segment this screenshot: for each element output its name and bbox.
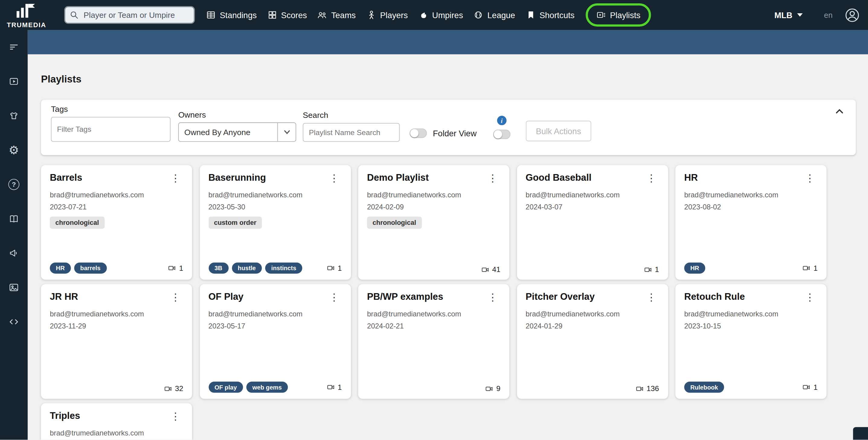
kebab-menu-icon[interactable]: ⋮ xyxy=(167,410,183,422)
playlist-date: 2023-05-17 xyxy=(208,322,342,330)
bulk-actions-toggle[interactable] xyxy=(493,130,510,139)
nav-players[interactable]: Players xyxy=(366,10,408,20)
kebab-menu-icon[interactable]: ⋮ xyxy=(644,172,659,184)
playlist-card[interactable]: Demo Playlist⋮ brad@trumedianetworks.com… xyxy=(358,165,509,280)
playlist-card[interactable]: JR HR⋮ brad@trumedianetworks.com 2023-11… xyxy=(41,284,192,399)
floating-corner-button[interactable] xyxy=(853,427,868,440)
clip-count: 1 xyxy=(802,383,817,391)
playlist-card[interactable]: PB/WP examples⋮ brad@trumedianetworks.co… xyxy=(358,284,509,399)
folder-view-toggle[interactable] xyxy=(409,128,427,138)
league-selector[interactable]: MLB xyxy=(774,10,803,20)
playlist-title: Good Baseball xyxy=(526,172,591,183)
uniforms-icon xyxy=(8,110,19,121)
nav-umpires[interactable]: Umpires xyxy=(418,10,463,20)
collapse-panel-button[interactable] xyxy=(835,107,843,117)
kebab-menu-icon[interactable]: ⋮ xyxy=(326,291,342,303)
sidebar-item-glossary[interactable] xyxy=(8,213,20,225)
nav-standings[interactable]: Standings xyxy=(206,10,257,20)
clip-count: 1 xyxy=(802,264,817,272)
standings-icon xyxy=(206,10,216,20)
playlist-date: 2023-05-30 xyxy=(208,203,342,211)
nav-label: Teams xyxy=(331,10,356,20)
kebab-menu-icon[interactable]: ⋮ xyxy=(167,172,183,184)
kebab-menu-icon[interactable]: ⋮ xyxy=(167,291,183,303)
user-avatar[interactable] xyxy=(845,7,860,22)
nav-teams[interactable]: Teams xyxy=(317,10,356,20)
playlist-owner: brad@trumedianetworks.com xyxy=(50,191,183,199)
tag-pill[interactable]: 3B xyxy=(208,263,228,274)
playlist-card[interactable]: Triples⋮ brad@trumedianetworks.com xyxy=(41,403,192,440)
images-icon xyxy=(8,282,19,293)
owners-select[interactable]: Owned By Anyone xyxy=(178,122,296,142)
clip-count-value: 1 xyxy=(179,264,183,272)
sidebar-item-playlists[interactable] xyxy=(8,75,20,87)
video-playlist-icon xyxy=(8,76,19,87)
global-search[interactable] xyxy=(64,6,195,24)
clip-count: 9 xyxy=(485,384,500,392)
tag-pill[interactable]: OF play xyxy=(208,382,243,393)
playlist-card[interactable]: Retouch Rule⋮ brad@trumedianetworks.com … xyxy=(675,284,826,399)
chevron-down-icon xyxy=(797,13,803,17)
logo-wordmark: TRUMEDIA xyxy=(7,21,46,29)
nav-label: Players xyxy=(380,10,408,20)
nav-label: Scores xyxy=(281,10,307,20)
kebab-menu-icon[interactable]: ⋮ xyxy=(802,172,817,184)
info-icon[interactable]: i xyxy=(497,116,506,125)
tag-pill[interactable]: HR xyxy=(684,263,705,274)
video-camera-icon xyxy=(326,383,336,391)
playlist-card[interactable]: Pitcher Overlay⋮ brad@trumedianetworks.c… xyxy=(517,284,668,399)
trumedia-logo[interactable]: TRUMEDIA xyxy=(0,1,53,29)
playlist-date: 2023-08-02 xyxy=(684,203,817,211)
folder-view-group: Folder View xyxy=(409,128,476,138)
language-selector[interactable]: en xyxy=(824,10,833,19)
sidebar-item-media[interactable] xyxy=(8,281,20,293)
sidebar-item-settings[interactable]: ⚙ xyxy=(8,144,20,156)
tag-pill[interactable]: web gems xyxy=(246,382,288,393)
order-tag: chronological xyxy=(50,217,104,229)
bulk-actions-button[interactable]: Bulk Actions xyxy=(526,121,591,141)
playlist-title: Barrels xyxy=(50,172,82,183)
sidebar-item-announcements[interactable] xyxy=(8,247,20,259)
nav-shortcuts[interactable]: Shortcuts xyxy=(526,10,575,20)
tag-row: Rulebook xyxy=(684,382,724,393)
playlist-card[interactable]: Barrels⋮ brad@trumedianetworks.com 2023-… xyxy=(41,165,192,280)
filters-panel: Tags Owners Owned By Anyone Search Folde… xyxy=(41,100,856,155)
playlist-card[interactable]: Baserunning⋮ brad@trumedianetworks.com 2… xyxy=(199,165,351,280)
playlist-card[interactable]: HR⋮ brad@trumedianetworks.com 2023-08-02… xyxy=(675,165,826,280)
league-selector-value: MLB xyxy=(774,10,793,20)
sidebar-item-api[interactable] xyxy=(8,316,20,328)
kebab-menu-icon[interactable]: ⋮ xyxy=(644,291,659,303)
kebab-menu-icon[interactable]: ⋮ xyxy=(802,291,817,303)
playlist-owner: brad@trumedianetworks.com xyxy=(50,429,183,437)
clip-count: 1 xyxy=(643,265,659,273)
tag-pill[interactable]: hustle xyxy=(231,263,262,274)
sidebar-item-filter[interactable] xyxy=(8,41,20,53)
playlist-name-search-input[interactable] xyxy=(303,123,400,142)
tag-pill[interactable]: barrels xyxy=(74,263,106,274)
playlist-card[interactable]: Good Baseball⋮ brad@trumedianetworks.com… xyxy=(517,165,668,280)
sidebar-item-help[interactable]: ? xyxy=(8,178,20,190)
tag-row: HR xyxy=(684,263,705,274)
nav-label: Playlists xyxy=(610,10,641,20)
sidebar-item-uniforms[interactable] xyxy=(8,110,20,122)
tag-pill[interactable]: HR xyxy=(50,263,71,274)
playlist-card[interactable]: OF Play⋮ brad@trumedianetworks.com 2023-… xyxy=(199,284,351,399)
clip-count-value: 41 xyxy=(492,265,500,273)
tag-pill[interactable]: instincts xyxy=(265,263,302,274)
nav-label: Shortcuts xyxy=(539,10,575,20)
nav-league[interactable]: League xyxy=(473,10,515,20)
name-search-group: Search xyxy=(303,111,400,142)
nav-label: Standings xyxy=(220,10,257,20)
global-search-input[interactable] xyxy=(83,10,189,20)
kebab-menu-icon[interactable]: ⋮ xyxy=(326,172,342,184)
kebab-menu-icon[interactable]: ⋮ xyxy=(485,291,500,303)
kebab-menu-icon[interactable]: ⋮ xyxy=(485,172,500,184)
clip-count: 1 xyxy=(326,264,342,272)
video-camera-icon xyxy=(643,266,653,273)
tags-filter-input[interactable] xyxy=(51,117,170,142)
nav-scores[interactable]: Scores xyxy=(267,10,307,20)
scores-icon xyxy=(267,10,277,20)
tag-pill[interactable]: Rulebook xyxy=(684,382,724,393)
video-camera-icon xyxy=(167,264,177,272)
nav-playlists[interactable]: Playlists xyxy=(586,3,651,27)
